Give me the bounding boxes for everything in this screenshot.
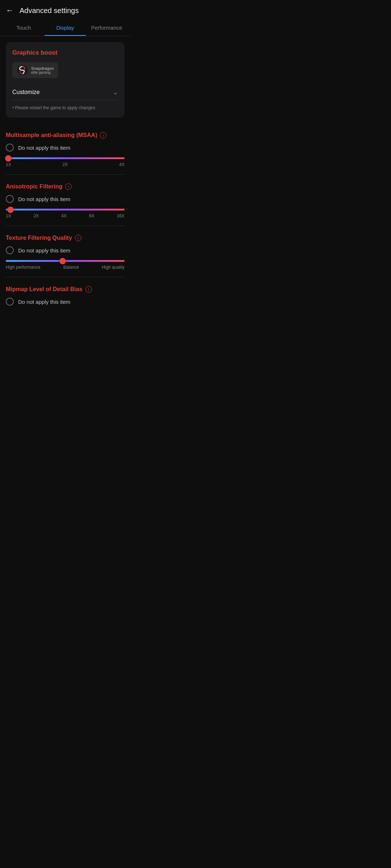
anisotropic-section: Anisotropic Filtering i Do not apply thi…: [6, 176, 125, 224]
mipmap-do-not-apply-label: Do not apply this item: [18, 299, 70, 305]
page-title: Advanced settings: [20, 7, 79, 15]
texture-slider-thumb[interactable]: [59, 258, 66, 264]
header: ← Advanced settings: [0, 0, 130, 20]
customize-dropdown[interactable]: Customize ⌄: [12, 85, 118, 100]
texture-slider-track: [6, 260, 125, 262]
texture-do-not-apply[interactable]: Do not apply this item: [6, 246, 125, 254]
restart-note: Please restart the game to apply changes: [12, 105, 118, 110]
anisotropic-title: Anisotropic Filtering: [6, 183, 62, 190]
texture-info-icon[interactable]: i: [75, 235, 81, 241]
aniso-label-16x: 16X: [117, 213, 125, 218]
aniso-label-2x: 2X: [34, 213, 39, 218]
texture-label-balance: Balance: [63, 265, 79, 270]
anisotropic-slider-container[interactable]: 1X 2X 4X 8X 16X: [6, 209, 125, 218]
msaa-title: Multisample anti-aliasing (MSAA): [6, 132, 97, 139]
texture-label-perf: High performance: [6, 265, 40, 270]
main-content: Graphics boost Snapdragon elite gaming C…: [0, 36, 130, 321]
texture-do-not-apply-label: Do not apply this item: [18, 247, 70, 254]
texture-radio-circle: [6, 246, 14, 254]
snapdragon-text: Snapdragon elite gaming: [31, 66, 54, 75]
texture-label-quality: High quality: [102, 265, 125, 270]
separator-3: [6, 277, 125, 277]
msaa-info-icon[interactable]: i: [100, 132, 106, 139]
mipmap-radio-circle: [6, 298, 14, 306]
anisotropic-slider-thumb[interactable]: [7, 207, 14, 213]
texture-title-row: Texture Filtering Quality i: [6, 235, 125, 241]
dropdown-arrow-icon: ⌄: [113, 88, 118, 96]
anisotropic-radio-circle: [6, 195, 14, 203]
snapdragon-sub-label: elite gaming: [31, 71, 54, 75]
msaa-slider-thumb[interactable]: [5, 155, 12, 162]
anisotropic-title-row: Anisotropic Filtering i: [6, 183, 125, 190]
msaa-slider-track: [6, 157, 125, 159]
mipmap-do-not-apply[interactable]: Do not apply this item: [6, 298, 125, 306]
anisotropic-do-not-apply[interactable]: Do not apply this item: [6, 195, 125, 203]
anisotropic-track-bg: [6, 209, 125, 210]
tab-touch[interactable]: Touch: [3, 20, 45, 36]
aniso-label-1x: 1X: [6, 213, 11, 218]
tab-display[interactable]: Display: [45, 20, 86, 36]
msaa-slider-labels: 1X 2X 4X: [6, 162, 125, 167]
mipmap-section: Mipmap Level of Detail Bias i Do not app…: [6, 279, 125, 315]
texture-title: Texture Filtering Quality: [6, 235, 72, 241]
anisotropic-do-not-apply-label: Do not apply this item: [18, 196, 70, 202]
snapdragon-logo-icon: [17, 64, 28, 76]
snapdragon-brand-label: Snapdragon: [31, 66, 54, 71]
mipmap-info-icon[interactable]: i: [85, 286, 92, 293]
texture-slider-labels: High performance Balance High quality: [6, 265, 125, 270]
anisotropic-slider-labels: 1X 2X 4X 8X 16X: [6, 213, 125, 218]
aniso-label-8x: 8X: [89, 213, 94, 218]
tab-performance[interactable]: Performance: [86, 20, 127, 36]
anisotropic-slider-track: [6, 209, 125, 210]
texture-filtering-section: Texture Filtering Quality i Do not apply…: [6, 227, 125, 276]
graphics-boost-card: Graphics boost Snapdragon elite gaming C…: [6, 42, 125, 118]
msaa-slider-container[interactable]: 1X 2X 4X: [6, 157, 125, 167]
divider-1: [6, 119, 125, 125]
msaa-section: Multisample anti-aliasing (MSAA) i Do no…: [6, 125, 125, 173]
tabs-bar: Touch Display Performance: [0, 20, 130, 36]
mipmap-title-row: Mipmap Level of Detail Bias i: [6, 286, 125, 293]
anisotropic-info-icon[interactable]: i: [65, 183, 72, 190]
msaa-label-4x: 4X: [119, 162, 125, 167]
aniso-label-4x: 4X: [61, 213, 67, 218]
dropdown-label: Customize: [12, 89, 40, 95]
back-button[interactable]: ←: [6, 6, 14, 15]
separator-2: [6, 226, 125, 226]
snapdragon-badge: Snapdragon elite gaming: [12, 62, 58, 78]
mipmap-title: Mipmap Level of Detail Bias: [6, 286, 83, 293]
msaa-track-bg: [6, 157, 125, 159]
msaa-do-not-apply-label: Do not apply this item: [18, 145, 70, 151]
msaa-do-not-apply[interactable]: Do not apply this item: [6, 144, 125, 152]
graphics-boost-title: Graphics boost: [12, 49, 118, 56]
msaa-label-1x: 1X: [6, 162, 11, 167]
texture-slider-container[interactable]: High performance Balance High quality: [6, 260, 125, 270]
msaa-title-row: Multisample anti-aliasing (MSAA) i: [6, 132, 125, 139]
msaa-radio-circle: [6, 144, 14, 152]
separator-1: [6, 174, 125, 175]
msaa-label-2x: 2X: [63, 162, 68, 167]
